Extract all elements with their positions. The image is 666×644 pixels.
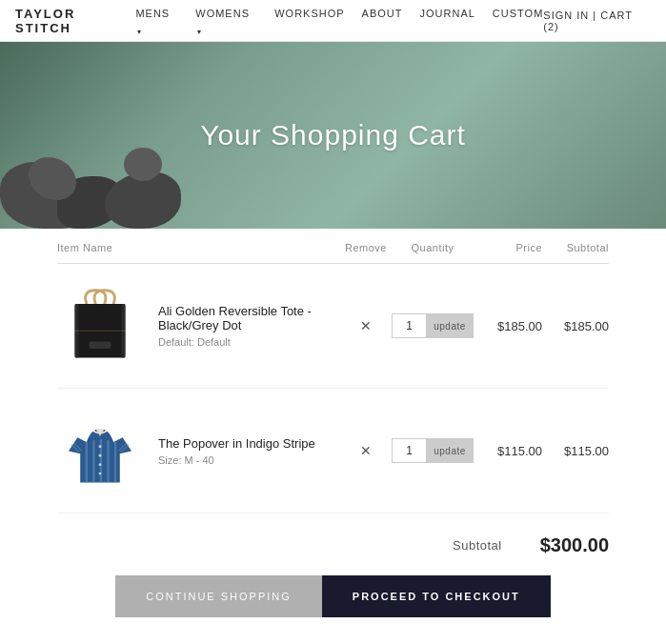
item-1-quantity-wrapper: update [390,313,475,338]
item-2-quantity-input[interactable] [392,438,426,463]
item-2-info: The Popover in Indigo Stripe Size: M - 4… [158,436,315,466]
item-1-name-col: Ali Golden Reversible Tote - Black/Grey … [57,283,342,369]
item-2-qty-col: update [390,438,475,463]
continue-shopping-button[interactable]: CONTINUE SHOPPING [115,575,322,617]
item-2-remove-button[interactable]: ✕ [342,443,390,458]
svg-point-16 [99,463,102,466]
item-2-update-button[interactable]: update [426,438,474,463]
shirt-illustration [62,411,138,492]
item-1-price-value: $185.00 [475,319,542,333]
header-quantity: Quantity [390,242,475,253]
tote-bag-illustration [62,286,138,367]
cart-actions: CONTINUE SHOPPING PROCEED TO CHECKOUT [57,575,609,644]
item-1-subtotal: $185.00 [542,319,609,333]
item-1-variant: Default: Default [158,336,342,348]
nav-custom[interactable]: CUSTOM [493,8,543,19]
item-2-remove[interactable]: ✕ [342,443,390,458]
cart-row: Ali Golden Reversible Tote - Black/Grey … [57,264,609,389]
hero-rocks-decoration [0,95,191,229]
svg-point-17 [99,472,102,474]
nav-journal[interactable]: JOURNAL [420,8,475,19]
item-2-image [57,408,143,493]
item-2-subtotal-value: $115.00 [542,444,609,458]
nav-about[interactable]: ABOUT [362,8,403,19]
item-2-quantity-wrapper: update [390,438,475,463]
header-remove: Remove [342,242,390,253]
header-item-name: Item Name [57,242,342,253]
nav-links: MENS ▾ WOMENS ▾ WORKSHOP ABOUT JOURNAL C… [135,4,543,38]
item-1-price: $185.00 [475,319,542,333]
item-1-info: Ali Golden Reversible Tote - Black/Grey … [158,304,342,348]
item-1-subtotal-value: $185.00 [542,319,609,333]
item-1-remove[interactable]: ✕ [342,318,390,333]
subtotal-amount: $300.00 [540,534,609,556]
item-1-quantity-input[interactable] [392,313,426,338]
item-2-subtotal: $115.00 [542,444,609,458]
item-1-name: Ali Golden Reversible Tote - Black/Grey … [158,304,342,332]
cart-row: The Popover in Indigo Stripe Size: M - 4… [57,389,609,513]
item-2-name: The Popover in Indigo Stripe [158,436,315,451]
item-2-name-col: The Popover in Indigo Stripe Size: M - 4… [57,408,342,493]
item-2-price-value: $115.00 [475,444,542,458]
nav-mens[interactable]: MENS ▾ [135,8,170,36]
item-1-update-button[interactable]: update [426,313,474,338]
proceed-to-checkout-button[interactable]: PROCEED TO CHECKOUT [322,575,551,617]
cart-table-header: Item Name Remove Quantity Price Subtotal [57,229,609,264]
page-title: Your Shopping Cart [200,119,466,151]
item-2-variant: Size: M - 40 [158,454,315,466]
item-2-price: $115.00 [475,444,542,458]
cart-section: Item Name Remove Quantity Price Subtotal [0,229,666,644]
hero-banner: Your Shopping Cart [0,42,666,229]
svg-point-15 [99,453,102,456]
item-1-qty-col: update [390,313,475,338]
sign-in-cart[interactable]: SIGN IN | CART (2) [543,10,651,32]
nav-womens[interactable]: WOMENS ▾ [195,8,250,36]
header-subtotal: Subtotal [542,242,609,253]
subtotal-label: Subtotal [453,538,502,553]
navbar: TAYLOR STITCH MENS ▾ WOMENS ▾ WORKSHOP A… [0,0,666,42]
site-logo[interactable]: TAYLOR STITCH [15,7,135,35]
header-price: Price [475,242,542,253]
item-1-image [57,283,143,369]
svg-rect-3 [90,341,111,349]
cart-subtotal-row: Subtotal $300.00 [57,513,609,575]
item-1-remove-button[interactable]: ✕ [342,318,390,333]
svg-point-14 [99,445,102,448]
nav-workshop[interactable]: WORKSHOP [274,8,344,19]
